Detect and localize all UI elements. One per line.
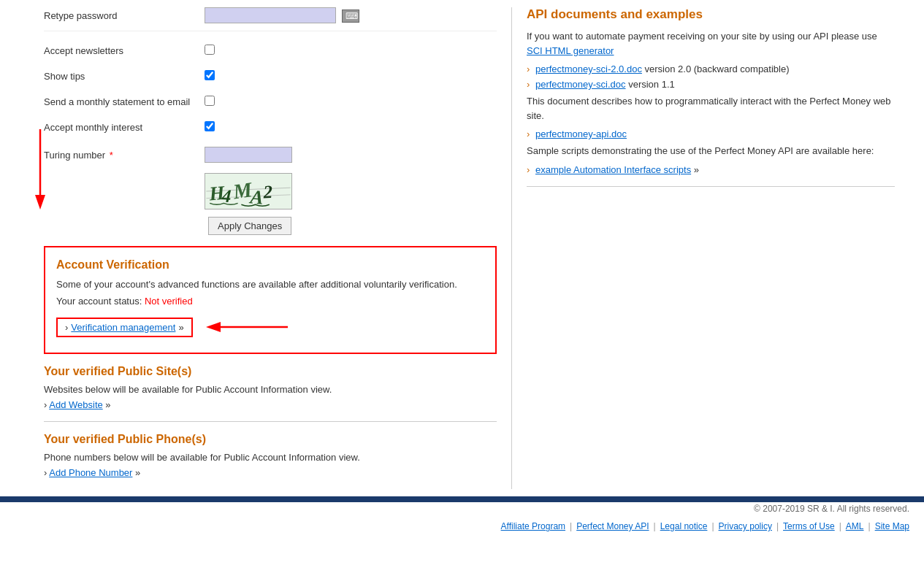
api-doc3-link[interactable]: perfectmoney-api.doc — [535, 128, 627, 139]
api-doc2-row: › perfectmoney-sci.doc version 1.1 — [527, 79, 895, 90]
turing-required-star: * — [110, 150, 113, 161]
footer-sitemap-link[interactable]: Site Map — [875, 521, 909, 531]
show-tips-label: Show tips — [44, 71, 205, 82]
api-doc2-suffix: version 1.1 — [628, 79, 675, 90]
verification-link-suffix: » — [178, 322, 183, 333]
footer-privacy-link[interactable]: Privacy policy — [719, 521, 772, 531]
add-website-link[interactable]: Add Website — [49, 399, 102, 410]
svg-marker-11 — [206, 322, 221, 332]
accept-newsletters-checkbox[interactable] — [205, 45, 215, 55]
send-monthly-statement-label: Send a monthly statement to email — [44, 96, 205, 107]
accept-newsletters-area — [205, 45, 497, 57]
page-wrapper: Retype password Accept newsletters Show … — [0, 0, 924, 573]
api-title: API documents and examples — [527, 7, 895, 22]
api-doc1-row: › perfectmoney-sci-2.0.doc version 2.0 (… — [527, 64, 895, 74]
public-phones-title: Your verified Public Phone(s) — [44, 433, 497, 446]
public-sites-title: Your verified Public Site(s) — [44, 365, 497, 378]
captcha-image: H 4 M A 2 — [205, 173, 292, 209]
arrow-down-annotation — [11, 122, 69, 217]
retype-password-input[interactable] — [205, 7, 336, 23]
show-tips-area — [205, 70, 497, 82]
api-description: This document describes how to programma… — [527, 94, 895, 123]
verification-title: Account Verification — [56, 258, 484, 272]
account-verification-box: Account Verification Some of your accoun… — [44, 246, 497, 354]
svg-text:4: 4 — [221, 185, 232, 206]
verification-link-box: › Verification management » — [56, 318, 193, 337]
account-status: Your account status: Not verified — [56, 296, 484, 307]
api-sample-text: Sample scripts demonstrating the use of … — [527, 144, 895, 158]
captcha-area: H 4 M A 2 — [44, 173, 497, 209]
captcha-svg: H 4 M A 2 — [205, 174, 291, 209]
api-intro-paragraph: If you want to automate payment receivin… — [527, 29, 895, 58]
footer-aml-link[interactable]: AML — [846, 521, 864, 531]
turing-number-area — [205, 147, 497, 163]
show-tips-checkbox[interactable] — [205, 70, 215, 80]
footer-bar — [0, 496, 924, 502]
accept-monthly-interest-area — [205, 121, 497, 134]
turing-number-row: Turing number * — [44, 144, 497, 166]
keyboard-icon[interactable] — [342, 9, 359, 23]
main-content: Retype password Accept newsletters Show … — [0, 0, 924, 496]
verification-bullet: › — [65, 322, 68, 333]
apply-changes-area: Apply Changes — [208, 217, 497, 235]
right-panel: API documents and examples If you want t… — [511, 7, 895, 489]
accept-monthly-interest-checkbox[interactable] — [205, 121, 215, 131]
api-section: API documents and examples If you want t… — [527, 7, 895, 187]
public-sites-description: Websites below will be available for Pub… — [44, 384, 497, 395]
divider-1 — [44, 421, 497, 422]
svg-text:2: 2 — [262, 182, 273, 202]
apply-changes-button[interactable]: Apply Changes — [208, 217, 291, 235]
api-divider — [527, 186, 895, 187]
turing-number-input[interactable] — [205, 147, 292, 163]
left-panel: Retype password Accept newsletters Show … — [44, 7, 511, 489]
show-tips-row: Show tips — [44, 67, 497, 85]
footer-copyright: © 2007-2019 SR & I. All rights reserved. — [0, 502, 924, 515]
retype-password-label: Retype password — [44, 10, 205, 21]
add-phone-link[interactable]: Add Phone Number — [49, 467, 132, 478]
footer-affiliate-link[interactable]: Affiliate Program — [501, 521, 565, 531]
api-example-link[interactable]: example Automation Interface scripts — [535, 164, 691, 175]
accept-newsletters-row: Accept newsletters — [44, 42, 497, 60]
verification-link-container: › Verification management » — [56, 312, 484, 342]
add-website-row: › Add Website » — [44, 399, 497, 410]
verification-management-link[interactable]: Verification management — [71, 322, 175, 333]
retype-password-area — [205, 7, 497, 23]
api-doc1-suffix: version 2.0 (backward compatible) — [645, 64, 790, 74]
footer-terms-link[interactable]: Terms of Use — [783, 521, 835, 531]
arrow-right-annotation — [200, 312, 295, 342]
api-doc1-link[interactable]: perfectmoney-sci-2.0.doc — [535, 64, 642, 74]
send-monthly-statement-area — [205, 96, 497, 108]
public-phones-description: Phone numbers below will be available fo… — [44, 452, 497, 463]
api-example-row: › example Automation Interface scripts » — [527, 164, 895, 175]
verification-description: Some of your account's advanced function… — [56, 279, 484, 290]
footer-links: Affiliate Program | Perfect Money API | … — [0, 515, 924, 537]
sci-html-generator-link[interactable]: SCI HTML generator — [527, 45, 614, 56]
api-example-suffix: » — [694, 164, 699, 175]
footer-legal-link[interactable]: Legal notice — [660, 521, 708, 531]
accept-monthly-interest-row: Accept monthly interest — [44, 118, 497, 136]
send-monthly-statement-checkbox[interactable] — [205, 96, 215, 106]
send-monthly-statement-row: Send a monthly statement to email — [44, 93, 497, 111]
public-sites-section: Your verified Public Site(s) Websites be… — [44, 365, 497, 410]
footer-api-link[interactable]: Perfect Money API — [576, 521, 649, 531]
api-doc3-row: › perfectmoney-api.doc — [527, 128, 895, 139]
svg-marker-9 — [35, 195, 45, 209]
not-verified-status: Not verified — [145, 296, 193, 307]
accept-newsletters-label: Accept newsletters — [44, 45, 205, 56]
api-doc2-link[interactable]: perfectmoney-sci.doc — [535, 79, 626, 90]
public-phones-section: Your verified Public Phone(s) Phone numb… — [44, 433, 497, 478]
retype-password-row: Retype password — [44, 7, 497, 31]
add-phone-row: › Add Phone Number » — [44, 467, 497, 478]
